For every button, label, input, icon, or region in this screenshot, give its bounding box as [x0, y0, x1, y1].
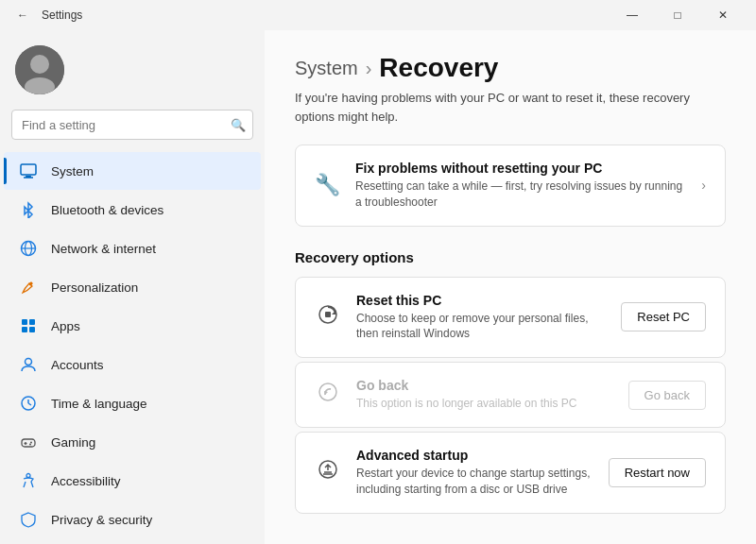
shield-icon	[19, 510, 38, 529]
sidebar-item-privacy[interactable]: Privacy & security	[4, 501, 261, 538]
monitor-icon	[19, 162, 38, 180]
reset-pc-card: Reset this PC Choose to keep or remove y…	[295, 277, 726, 359]
fix-card-title: Fix problems without resetting your PC	[355, 161, 686, 176]
maximize-button[interactable]: □	[656, 0, 699, 30]
go-back-title: Go back	[356, 378, 613, 393]
reset-pc-desc: Choose to keep or remove your personal f…	[356, 311, 606, 343]
clock-icon	[19, 394, 38, 413]
sidebar-item-bluetooth[interactable]: Bluetooth & devices	[4, 191, 261, 229]
apps-icon	[19, 316, 38, 335]
titlebar-back-button[interactable]: ←	[11, 4, 34, 26]
svg-rect-13	[29, 327, 35, 332]
globe-icon	[19, 239, 38, 258]
titlebar-title: Settings	[42, 8, 82, 22]
sidebar-item-personalization[interactable]: Personalization	[4, 268, 261, 306]
bluetooth-icon	[19, 200, 38, 219]
advanced-startup-icon	[315, 457, 341, 487]
breadcrumb: System › Recovery	[295, 53, 726, 83]
svg-marker-25	[332, 311, 335, 314]
search-icon: 🔍	[231, 118, 246, 132]
sidebar-item-label-apps: Apps	[51, 319, 80, 333]
advanced-startup-title: Advanced startup	[356, 448, 593, 463]
reset-pc-button[interactable]: Reset PC	[621, 302, 706, 332]
sidebar-item-label-personalization: Personalization	[51, 280, 138, 295]
advanced-startup-card: Advanced startup Restart your device to …	[295, 432, 726, 514]
sidebar-item-label-time: Time & language	[51, 397, 147, 411]
sidebar-item-label-system: System	[51, 164, 94, 178]
go-back-text: Go back This option is no longer availab…	[356, 378, 613, 412]
recovery-options-title: Recovery options	[295, 249, 726, 265]
breadcrumb-current: Recovery	[379, 53, 498, 83]
sidebar-item-label-gaming: Gaming	[51, 435, 95, 450]
reset-icon	[315, 302, 341, 332]
svg-rect-3	[21, 164, 36, 175]
sidebar-item-apps[interactable]: Apps	[4, 307, 261, 345]
avatar[interactable]	[15, 45, 64, 94]
svg-point-23	[26, 474, 30, 478]
search-input[interactable]	[11, 110, 253, 140]
svg-point-1	[30, 55, 49, 74]
sidebar: 🔍 System	[0, 30, 265, 544]
go-back-icon	[315, 380, 341, 410]
minimize-button[interactable]: —	[610, 0, 654, 30]
fix-card-desc: Resetting can take a while — first, try …	[355, 178, 686, 211]
reset-pc-title: Reset this PC	[356, 293, 606, 308]
sidebar-nav: System Bluetooth & devices	[0, 151, 265, 544]
sidebar-item-label-network: Network & internet	[51, 242, 156, 256]
accessibility-icon	[19, 471, 38, 490]
sidebar-item-label-accounts: Accounts	[51, 358, 104, 372]
sidebar-item-accounts[interactable]: Accounts	[4, 346, 261, 383]
svg-point-22	[29, 444, 31, 446]
avatar-icon	[15, 45, 64, 94]
svg-point-21	[30, 442, 32, 444]
sidebar-item-label-bluetooth: Bluetooth & devices	[51, 203, 163, 217]
go-back-button[interactable]: Go back	[628, 381, 706, 410]
advanced-startup-desc: Restart your device to change startup se…	[356, 466, 593, 498]
main-content: System › Recovery If you're having probl…	[265, 30, 756, 544]
page-subtitle: If you're having problems with your PC o…	[295, 89, 726, 126]
svg-point-14	[26, 359, 32, 366]
window-controls: — □ ✕	[610, 0, 745, 30]
app-body: 🔍 System	[0, 30, 756, 544]
fix-card-text: Fix problems without resetting your PC R…	[355, 161, 686, 211]
sidebar-item-time[interactable]: Time & language	[4, 384, 261, 422]
sidebar-item-label-privacy: Privacy & security	[51, 513, 152, 527]
sidebar-item-system[interactable]: System	[4, 152, 261, 190]
svg-rect-11	[29, 319, 35, 325]
svg-rect-10	[22, 319, 27, 325]
brush-icon	[19, 278, 38, 297]
fix-problems-card[interactable]: 🔧 Fix problems without resetting your PC…	[295, 144, 726, 227]
user-avatar-section	[0, 38, 265, 110]
svg-rect-9	[28, 281, 33, 286]
breadcrumb-separator: ›	[366, 58, 372, 79]
search-container: 🔍	[11, 110, 253, 140]
svg-rect-12	[22, 327, 27, 332]
reset-pc-text: Reset this PC Choose to keep or remove y…	[356, 293, 606, 343]
svg-line-17	[28, 403, 31, 405]
sidebar-item-network[interactable]: Network & internet	[4, 230, 261, 267]
wrench-icon: 🔧	[315, 173, 340, 197]
advanced-startup-text: Advanced startup Restart your device to …	[356, 448, 593, 498]
sidebar-item-accessibility[interactable]: Accessibility	[4, 462, 261, 500]
svg-rect-26	[325, 312, 331, 317]
sidebar-item-gaming[interactable]: Gaming	[4, 423, 261, 461]
sidebar-item-label-accessibility: Accessibility	[51, 474, 121, 488]
close-button[interactable]: ✕	[701, 0, 745, 30]
person-icon	[19, 355, 38, 374]
restart-now-button[interactable]: Restart now	[609, 458, 706, 487]
breadcrumb-parent: System	[295, 58, 358, 79]
chevron-right-icon: ›	[701, 178, 706, 193]
titlebar: ← Settings — □ ✕	[0, 0, 756, 30]
go-back-card: Go back This option is no longer availab…	[295, 362, 726, 428]
go-back-desc: This option is no longer available on th…	[356, 396, 613, 412]
svg-rect-18	[22, 439, 35, 447]
gamepad-icon	[19, 433, 38, 451]
